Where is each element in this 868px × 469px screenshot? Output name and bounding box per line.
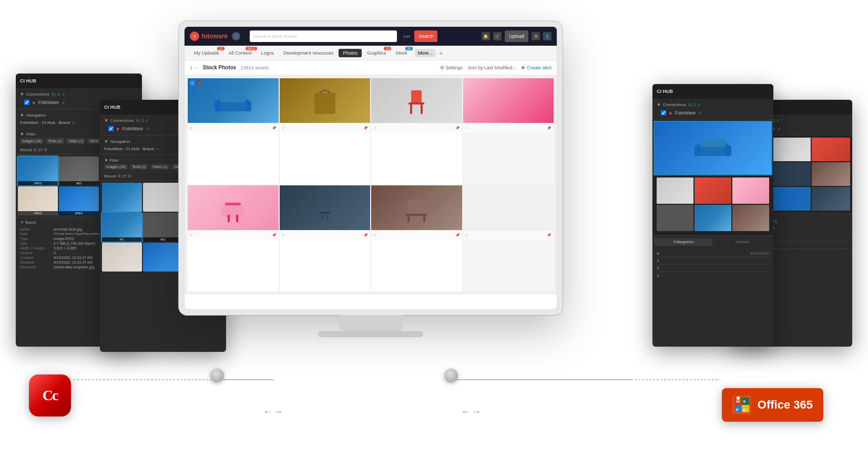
create-alert-link[interactable]: ✚ Create alert — [521, 65, 552, 70]
grid-cell-3[interactable]: ✓ 📌 — [371, 78, 462, 184]
grid-cell-2[interactable]: ✓ 📌 — [280, 78, 371, 184]
right-thumb-a[interactable] — [657, 178, 693, 204]
tab-my-uploads[interactable]: My Uploads 22 — [190, 49, 223, 57]
ci-hub-title-1: CI HUB — [20, 78, 36, 84]
thumb-5-2[interactable]: MO — [143, 213, 183, 242]
version-item-3: 3 — [657, 257, 769, 265]
filter-label-1: Filter — [26, 132, 36, 137]
detail-created-value: 9/10/2020, 10:31:47 AM — [54, 256, 93, 259]
center-monitor: f fotoware 👤 Search in Stock Photos edit… — [179, 21, 563, 347]
right-connection-check-2: ✓ — [778, 127, 781, 131]
svg-rect-14 — [320, 212, 330, 214]
nav-label-2: Navigation — [110, 139, 130, 144]
thumb-label-5: JPEG — [59, 211, 99, 215]
grid-cell-1[interactable]: ↓ 📌 ✓ 📌 — [188, 78, 279, 184]
grid-cell-6[interactable]: ✓ 📌 — [280, 185, 371, 291]
office365-text: Office 365 — [758, 398, 813, 412]
right-thumb-b[interactable] — [695, 178, 731, 204]
grid-cell-8[interactable]: ✓ 📌 — [463, 185, 554, 291]
cell-icon-download: ↓ — [190, 80, 195, 86]
search-bar[interactable]: Search in Stock Photos — [250, 30, 397, 42]
grid-cell-7[interactable]: ✓ 📌 — [371, 185, 462, 291]
right-thumb-e[interactable] — [695, 205, 731, 231]
cell-check-4: ✓ — [465, 126, 468, 130]
header-icons: 🔔 🛒 Upload ⚙ 👤 — [482, 30, 552, 42]
ci-hub-right-header-1: CI HUB — [652, 84, 773, 99]
tab-logos[interactable]: Logos — [257, 49, 279, 57]
ci-hub-right-title-1: CI HUB — [657, 89, 673, 94]
connection-checkbox-1[interactable] — [24, 100, 29, 105]
rs-thumb-3[interactable] — [812, 138, 850, 161]
selected-thumb-1[interactable] — [655, 122, 771, 174]
fotoware-toolbar: 1 → Stock Photos 13914 assets ⚙ Settings… — [185, 60, 557, 75]
tab-stock[interactable]: Stock 35 — [391, 49, 412, 57]
rs-thumb-8[interactable] — [773, 187, 811, 211]
grid-cell-5[interactable]: ✓ 📌 — [188, 185, 279, 291]
thumb-label-2: MO — [59, 181, 99, 185]
left-connector-arrows: ← → — [263, 407, 283, 418]
tab-photos[interactable]: Photos — [339, 49, 362, 57]
cell-icons-1: ↓ 📌 — [190, 80, 201, 86]
connection-checkbox-2[interactable] — [108, 126, 114, 131]
svg-rect-5 — [411, 90, 422, 103]
thumb-7-2[interactable] — [102, 243, 142, 272]
thumb-5[interactable]: JPEG — [59, 186, 99, 215]
detail-type-label: Type — [20, 237, 52, 241]
tab-my-uploads-label: My Uploads — [194, 50, 219, 56]
ci-hub-panel-right-1: CI HUB ▼ Connections 0 | 1 ✓ ■ FotoWare … — [652, 84, 773, 347]
toolbar-title: Stock Photos — [203, 65, 237, 70]
version-tab[interactable]: Version — [713, 238, 771, 246]
toolbar-right: ⚙ Settings Sort by Last Modified ↓ ✚ Cre… — [440, 65, 552, 70]
upload-button[interactable]: Upload — [505, 30, 528, 42]
right-connector-arrows: ← → — [461, 407, 481, 418]
detail-name-label: Name — [20, 227, 52, 231]
tab-dev-resources[interactable]: Development resources — [279, 49, 338, 57]
cell-check-5: ✓ — [190, 233, 193, 237]
right-fotoware-connection-1[interactable]: ■ FotoWare ✓ — [657, 109, 769, 117]
settings-link[interactable]: ⚙ Settings — [440, 65, 463, 70]
right-thumb-c[interactable] — [732, 178, 769, 204]
cell-pin-4: 📌 — [547, 126, 552, 130]
detail-created-label: Created — [20, 256, 52, 259]
rs-thumb-2[interactable] — [773, 138, 811, 161]
detail-path-label: Path — [20, 232, 52, 236]
tab-all-content[interactable]: All Content 3412 — [224, 49, 256, 57]
tab-graphics[interactable]: Graphics 10 — [363, 49, 390, 57]
right-connections-header-1[interactable]: ▼ Connections 0 | 1 ✓ — [657, 101, 769, 109]
svg-rect-22 — [695, 145, 701, 156]
thumb-1-2[interactable] — [102, 183, 142, 212]
search-button[interactable]: Search — [414, 30, 438, 42]
svg-rect-4 — [314, 93, 335, 114]
rs-thumb-5[interactable] — [773, 162, 811, 186]
svg-rect-8 — [421, 105, 423, 114]
nav-label-1: Navigation — [26, 113, 46, 118]
categories-tab[interactable]: Categories — [655, 238, 712, 246]
rs-thumb-6[interactable] — [812, 162, 850, 186]
add-tab-button[interactable]: + — [439, 49, 443, 57]
filter-tag-texts-2: Texts (1) — [130, 164, 148, 170]
connection-name-1: FotoWare — [38, 100, 59, 105]
rs-thumb-9[interactable] — [812, 187, 850, 211]
connections-header-1[interactable]: ▼ Connections 0 | 1 ✓ — [20, 90, 138, 98]
right-thumb-f[interactable] — [732, 205, 769, 231]
connections-label-2: Connections — [110, 118, 134, 123]
right-connection-checkbox-1[interactable] — [661, 110, 666, 116]
thumb-4-2[interactable]: PC — [102, 213, 142, 242]
sort-link[interactable]: Sort by Last Modified ↓ — [468, 65, 516, 70]
office365-container: W X P O Office 365 — [722, 388, 823, 422]
svg-rect-18 — [406, 214, 427, 216]
fw-logo-1: ■ — [33, 100, 35, 105]
grid-cell-4[interactable]: ✓ 📌 — [463, 78, 554, 184]
thumb-2-2[interactable] — [143, 183, 183, 212]
cell-bottom-3: ✓ 📌 — [371, 123, 462, 132]
thumb-4[interactable]: JPEG — [18, 186, 58, 215]
svg-text:X: X — [743, 399, 746, 404]
thumb-2[interactable]: MO — [59, 157, 99, 185]
more-button[interactable]: More... — [415, 49, 436, 57]
thumb-1[interactable]: JPEG — [18, 157, 58, 185]
right-thumb-d[interactable] — [657, 205, 693, 231]
cell-pin-1: 📌 — [272, 126, 277, 130]
thumb-8-2[interactable] — [143, 243, 183, 272]
tab-photos-label: Photos — [343, 50, 358, 56]
svg-rect-11 — [228, 215, 230, 222]
